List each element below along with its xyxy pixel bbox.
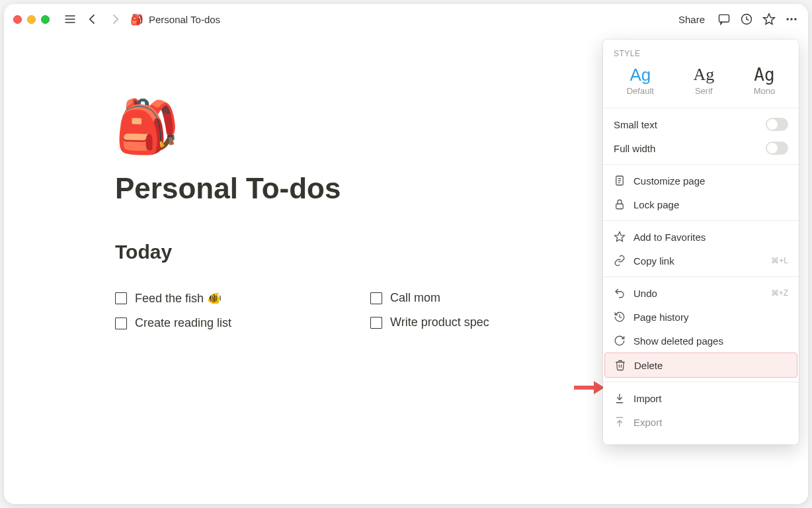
style-picker: Ag Default Ag Serif Ag Mono	[603, 61, 799, 108]
link-icon	[614, 255, 626, 267]
menu-undo[interactable]: Undo ⌘+Z	[603, 281, 799, 305]
toggle-icon[interactable]	[766, 118, 788, 131]
updates-icon[interactable]	[739, 12, 754, 26]
checkbox-icon[interactable]	[115, 318, 127, 329]
window-zoom[interactable]	[41, 15, 50, 24]
window-controls	[13, 15, 50, 24]
small-text-label: Small text	[614, 119, 657, 130]
todo-item[interactable]: Call mom	[370, 291, 599, 305]
small-text-toggle-row[interactable]: Small text	[603, 112, 799, 136]
trash-icon	[614, 359, 626, 371]
section-heading[interactable]: Today	[115, 241, 599, 263]
page-options-menu: STYLE Ag Default Ag Serif Ag Mono Small …	[603, 40, 799, 444]
undo-icon	[614, 287, 626, 299]
window-minimize[interactable]	[27, 15, 36, 24]
lock-icon	[614, 198, 626, 210]
checkbox-icon[interactable]	[370, 292, 382, 304]
menu-copy-link[interactable]: Copy link ⌘+L	[603, 249, 799, 273]
nav-back-icon[interactable]	[85, 12, 100, 26]
star-icon	[614, 231, 626, 243]
breadcrumb[interactable]: 🎒 Personal To-dos	[130, 13, 220, 26]
todo-item[interactable]: Create reading list	[115, 316, 344, 330]
nav-forward-icon[interactable]	[108, 12, 122, 26]
svg-point-6	[787, 18, 789, 20]
full-width-label: Full width	[614, 143, 655, 154]
import-icon	[614, 392, 626, 404]
svg-marker-5	[764, 14, 775, 24]
page-emoji[interactable]: 🎒	[115, 101, 599, 152]
more-icon[interactable]	[784, 12, 799, 26]
app-window: 🎒 Personal To-dos Share 🎒 Personal To-do…	[4, 4, 808, 504]
style-option-default[interactable]: Ag Default	[622, 64, 659, 99]
todo-text: Create reading list	[135, 316, 231, 330]
menu-page-history[interactable]: Page history	[603, 305, 799, 329]
breadcrumb-icon: 🎒	[130, 13, 143, 26]
favorite-icon[interactable]	[762, 12, 776, 26]
share-button[interactable]: Share	[674, 11, 709, 28]
todo-column-2: Call mom Write product spec	[370, 291, 599, 330]
todo-columns: Feed the fish 🐠 Create reading list Call…	[115, 291, 599, 330]
menu-export[interactable]: Export	[603, 410, 799, 434]
svg-point-7	[790, 18, 792, 20]
style-section-label: STYLE	[603, 40, 799, 61]
full-width-toggle-row[interactable]: Full width	[603, 136, 799, 160]
todo-column-1: Feed the fish 🐠 Create reading list	[115, 291, 344, 330]
comments-icon[interactable]	[717, 12, 731, 26]
svg-point-8	[794, 18, 796, 20]
menu-delete[interactable]: Delete	[604, 353, 797, 378]
menu-customize-page[interactable]: Customize page	[603, 169, 799, 192]
page-content: 🎒 Personal To-dos Today Feed the fish 🐠 …	[4, 34, 599, 330]
restore-icon	[614, 335, 626, 347]
page-title[interactable]: Personal To-dos	[115, 172, 599, 205]
menu-lock-page[interactable]: Lock page	[603, 192, 799, 216]
todo-item[interactable]: Write product spec	[370, 316, 599, 329]
style-option-serif[interactable]: Ag Serif	[688, 64, 719, 99]
checkbox-icon[interactable]	[115, 292, 127, 304]
history-icon	[614, 311, 626, 323]
toggle-icon[interactable]	[766, 142, 788, 155]
todo-text: Feed the fish 🐠	[135, 291, 222, 306]
style-option-mono[interactable]: Ag Mono	[749, 64, 781, 99]
checkbox-icon[interactable]	[370, 317, 382, 329]
menu-import[interactable]: Import	[603, 386, 799, 410]
annotation-arrow-icon	[574, 380, 604, 396]
titlebar: 🎒 Personal To-dos Share	[4, 4, 808, 34]
page-icon	[614, 175, 626, 187]
todo-text: Call mom	[390, 291, 440, 305]
svg-rect-3	[719, 15, 729, 22]
sidebar-toggle-icon[interactable]	[63, 12, 77, 26]
export-icon	[614, 416, 626, 428]
menu-add-favorites[interactable]: Add to Favorites	[603, 225, 799, 249]
todo-item[interactable]: Feed the fish 🐠	[115, 291, 344, 306]
svg-marker-14	[615, 232, 625, 241]
todo-text: Write product spec	[390, 316, 489, 329]
breadcrumb-title: Personal To-dos	[149, 14, 220, 25]
window-close[interactable]	[13, 15, 22, 24]
menu-show-deleted[interactable]: Show deleted pages	[603, 329, 799, 353]
svg-rect-13	[616, 204, 624, 209]
